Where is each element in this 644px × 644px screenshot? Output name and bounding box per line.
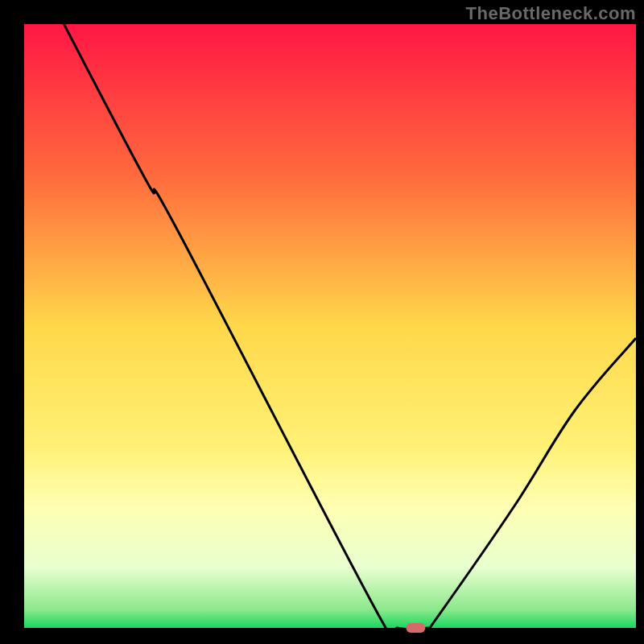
chart-frame: TheBottleneck.com [0,0,644,644]
watermark-text: TheBottleneck.com [466,3,636,24]
plot-gradient-rect [24,24,636,628]
bottleneck-chart [0,0,644,644]
optimal-marker [406,623,425,633]
